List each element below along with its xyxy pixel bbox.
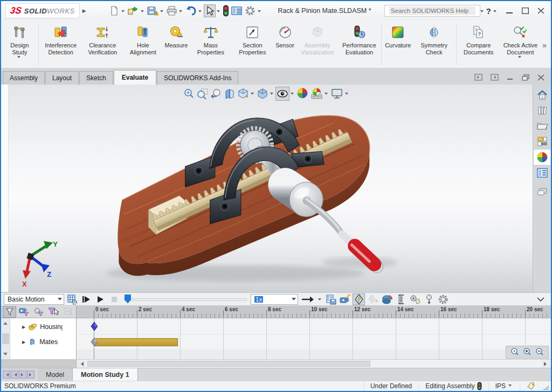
timeline-ruler[interactable]: 0 sec 2 sec 4 sec 6 sec 8 sec 10 sec 12 … — [77, 306, 551, 318]
scroll-thumb[interactable] — [2, 333, 9, 344]
scroll-up-icon[interactable] — [3, 320, 8, 325]
resize-grip[interactable] — [543, 386, 549, 390]
filter-animated-button[interactable] — [17, 306, 31, 318]
slider-thumb[interactable] — [125, 295, 131, 304]
print-dropdown-icon[interactable] — [179, 10, 182, 14]
solidworks-resources-button[interactable] — [534, 87, 550, 102]
housing-key-diamond[interactable] — [91, 321, 98, 331]
options-gear-button[interactable] — [244, 4, 257, 18]
tab-solidworks-addins[interactable]: SOLIDWORKS Add-Ins — [157, 71, 238, 85]
collapse-right-pane-button[interactable] — [491, 74, 499, 81]
tab-motion-study-1[interactable]: Motion Study 1 — [73, 368, 138, 381]
timeline-zoom-in-button[interactable] — [522, 347, 532, 357]
ribbon-symmetry-check[interactable]: Symmetry Check — [413, 22, 455, 68]
new-dropdown-icon[interactable] — [121, 10, 125, 14]
ribbon-overflow-chevron[interactable]: » — [541, 41, 550, 50]
print-button[interactable] — [165, 4, 178, 17]
custom-properties-button[interactable] — [534, 165, 550, 180]
contact-button[interactable] — [409, 293, 421, 305]
search-input[interactable] — [389, 6, 475, 15]
doc-minimize-button[interactable] — [507, 74, 514, 80]
ribbon-measure[interactable]: Measure — [163, 22, 190, 68]
tag-button[interactable] — [520, 381, 542, 391]
apply-scene-button[interactable] — [310, 86, 323, 101]
tab-layout[interactable]: Layout — [45, 71, 79, 85]
view-settings-button[interactable] — [330, 87, 344, 101]
close-button[interactable] — [537, 8, 544, 14]
ribbon-interference-detection[interactable]: Interference Detection — [40, 22, 82, 68]
rack-and-pinion-model[interactable]: Y Z X — [9, 85, 533, 292]
open-button[interactable] — [127, 4, 140, 17]
solidworks-logo[interactable]: 3S SOLIDWORKS — [5, 3, 80, 18]
help-button[interactable]: ? — [486, 6, 491, 16]
file-properties-button[interactable] — [230, 4, 243, 17]
mates-change-bar[interactable] — [94, 338, 178, 346]
playback-mode-button[interactable] — [300, 293, 316, 305]
design-study-dropdown-icon[interactable] — [17, 56, 20, 60]
graphics-viewport[interactable]: Y Z X — [9, 85, 533, 292]
play-from-start-button[interactable] — [80, 293, 92, 305]
design-library-button[interactable] — [534, 103, 550, 118]
collapse-left-pane-button[interactable] — [474, 74, 482, 81]
scroll-down-icon[interactable] — [3, 353, 8, 358]
play-button[interactable] — [94, 293, 106, 305]
ribbon-clearance-verification[interactable]: Clearance Verification — [81, 22, 123, 68]
undo-button[interactable] — [184, 4, 197, 17]
timeline-position-slider[interactable] — [124, 295, 247, 304]
scroll-right-button[interactable] — [542, 360, 551, 368]
timeline-horizontal-scrollbar[interactable] — [1, 359, 551, 368]
first-tab-button[interactable] — [3, 370, 10, 379]
rebuild-traffic-light-button[interactable] — [222, 4, 230, 18]
ribbon-hole-alignment[interactable]: Hole Alignment — [123, 22, 162, 68]
ribbon-curvature[interactable]: Curvature — [383, 22, 413, 68]
appearances-scenes-button[interactable] — [534, 150, 550, 165]
hide-show-items-button[interactable] — [275, 87, 289, 101]
last-tab-button[interactable] — [27, 370, 34, 379]
apply-scene-dropdown-icon[interactable] — [325, 93, 328, 96]
view-palette-button[interactable] — [534, 134, 550, 149]
help-dropdown-icon[interactable] — [493, 10, 496, 14]
ribbon-performance-evaluation[interactable]: Performance Evaluation — [339, 22, 381, 68]
check-active-dropdown-icon[interactable] — [518, 56, 521, 60]
maximize-button[interactable] — [522, 8, 529, 14]
spring-button[interactable] — [395, 293, 407, 305]
ribbon-check-active-document[interactable]: Check Active Document — [500, 22, 542, 68]
new-document-button[interactable] — [108, 4, 120, 17]
collapse-motion-manager-button[interactable] — [536, 297, 548, 302]
select-dropdown-icon[interactable] — [217, 10, 220, 14]
tree-item-housing[interactable]: ▶ Housing — [10, 319, 76, 334]
timeline-canvas[interactable] — [77, 318, 551, 359]
status-traffic-light-icon[interactable] — [477, 382, 482, 390]
select-button[interactable] — [204, 4, 216, 17]
timeline-zoom-out-button[interactable] — [535, 347, 544, 357]
autokey-button[interactable] — [353, 293, 365, 305]
slider-track[interactable] — [124, 298, 247, 301]
view-orientation-dropdown-icon[interactable] — [251, 93, 254, 96]
display-style-button[interactable] — [256, 87, 269, 101]
ribbon-section-properties[interactable]: Section Properties — [232, 22, 274, 68]
zoom-to-area-button[interactable] — [196, 87, 209, 101]
search-dropdown-icon[interactable] — [480, 10, 484, 14]
units-selector[interactable]: IPS — [488, 381, 520, 391]
comments-button[interactable] — [534, 185, 550, 200]
filter-selected-button[interactable] — [46, 306, 60, 318]
motor-button[interactable] — [381, 293, 393, 305]
scrollbar-track[interactable] — [86, 360, 542, 368]
view-orientation-button[interactable] — [237, 87, 250, 101]
ribbon-sensor[interactable]: Sensor — [273, 22, 296, 68]
gravity-button[interactable] — [423, 293, 435, 305]
tree-vertical-scrollbar[interactable] — [1, 318, 10, 359]
playback-speed-select[interactable]: 1x — [251, 294, 298, 305]
tab-model[interactable]: Model — [38, 368, 73, 381]
units-dropdown-icon[interactable] — [508, 384, 512, 388]
doc-restore-button[interactable] — [522, 74, 529, 81]
edit-appearance-button[interactable] — [296, 86, 309, 101]
ribbon-compare-documents[interactable]: ? Compare Documents — [458, 22, 500, 68]
study-type-select[interactable]: Basic Motion — [4, 294, 64, 305]
mates-key-diamond[interactable] — [91, 337, 98, 347]
view-settings-dropdown-icon[interactable] — [345, 93, 348, 96]
save-dropdown-icon[interactable] — [160, 10, 163, 14]
display-style-dropdown-icon[interactable] — [270, 93, 273, 96]
expand-icon[interactable]: ▶ — [22, 340, 25, 345]
timeline-zoom-fit-button[interactable] — [510, 347, 520, 357]
